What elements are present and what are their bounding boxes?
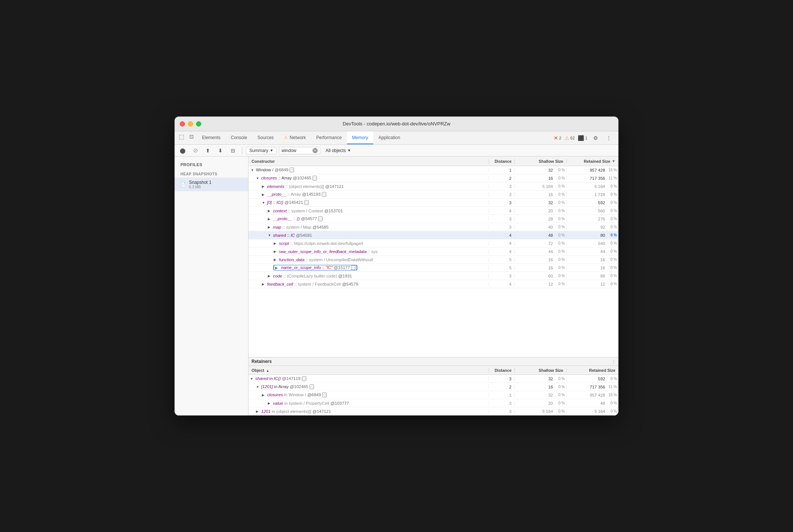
retainers-header: Retainers ⋮ (249, 357, 618, 366)
cell-retained: 800 % (567, 233, 618, 238)
cell-shallow: 200 % (515, 209, 567, 213)
stop-button[interactable]: ⊘ (190, 145, 200, 156)
expand-icon[interactable]: ▶ (274, 258, 278, 262)
tab-console[interactable]: Console (226, 131, 252, 144)
search-input[interactable] (281, 148, 311, 153)
clear-button[interactable]: ⊟ (228, 145, 238, 156)
cell-constructor: ▼ shared in lC() @147119 □ (249, 376, 489, 381)
cell-shallow: 160 % (515, 266, 567, 270)
more-menu-icon[interactable]: ⋮ (604, 133, 614, 143)
devtools-window: DevTools - codepen.io/web-dot-dev/live/o… (175, 117, 618, 415)
info-icon: ⬛ (578, 135, 584, 141)
table-row[interactable]: ▶ __proto__ :: () @54577 □ 3 280 % 2760 … (249, 215, 618, 223)
ret-header-object: Object ▲ (249, 368, 489, 373)
cell-retained: 5 1640 % (567, 184, 618, 189)
main-table-section: Constructor Distance Shallow Size Retain… (249, 156, 618, 357)
expand-icon[interactable]: ▼ (256, 176, 260, 180)
table-row[interactable]: ▶ script :: https://cdpn.io/web-dot-dev/… (249, 239, 618, 248)
profiles-title: Profiles (175, 161, 248, 168)
table-row[interactable]: ▼ Window / @6849 □ 1 320 % 957 42815 % (249, 166, 618, 174)
expand-icon[interactable]: ▼ (268, 233, 272, 237)
expand-icon[interactable]: ▶ (256, 410, 260, 413)
table-row[interactable]: ▶ feedback_cell :: system / FeedbackCell… (249, 280, 618, 288)
table-row[interactable]: ▶ value in system / PropertyCell @103777… (249, 399, 618, 407)
search-clear-button[interactable]: ✕ (313, 148, 318, 153)
table-row[interactable]: ▶ 1201 in (object elements)[] @147121 3 … (249, 407, 618, 415)
title-bar: DevTools - codepen.io/web-dot-dev/live/o… (175, 117, 618, 131)
cell-retained: 5600 % (567, 209, 618, 213)
sidebar-item-snapshot1[interactable]: 📄 Snapshot 1 6.3 MB (175, 178, 248, 191)
tab-performance[interactable]: Performance (311, 131, 347, 144)
table-row[interactable]: ▶ map :: system / Map @54585 3 400 % 920… (249, 223, 618, 231)
inspect-icon[interactable]: ⬚ (176, 131, 186, 142)
upload-button[interactable]: ⬆ (203, 145, 213, 156)
cell-retained: 717 35611 % (567, 385, 618, 389)
retainers-body: ▼ shared in lC() @147119 □ 3 320 % 5920 … (249, 375, 618, 415)
table-row[interactable]: ▶ function_data :: system / UncompiledDa… (249, 256, 618, 264)
cell-constructor: ▶ feedback_cell :: system / FeedbackCell… (249, 282, 489, 286)
table-row[interactable]: ▶ elements :: (object elements)[] @14712… (249, 182, 618, 191)
table-row[interactable]: ▶ __proto__ :: Array @145193 □ 3 160 % 1… (249, 191, 618, 199)
table-row[interactable]: ▼ closures :: Array @102465 □ 2 160 % 71… (249, 174, 618, 182)
table-row-name-scope[interactable]: ▶ name_or_scope_info :: "lC" @15177 □ 5 … (249, 264, 618, 272)
tab-sources[interactable]: Sources (252, 131, 279, 144)
table-row[interactable]: ▶ raw_outer_scope_info_or_feedback_metad… (249, 248, 618, 256)
cell-constructor: ▼ [0] :: lC() @145421 □ (249, 200, 489, 205)
expand-icon[interactable]: ▼ (251, 168, 255, 172)
toolbar-divider (242, 147, 242, 154)
cell-retained: 160 % (567, 266, 618, 270)
settings-icon[interactable]: ⚙ (590, 133, 601, 143)
cell-constructor: ▶ function_data :: system / UncompiledDa… (249, 257, 489, 262)
table-row[interactable]: ▶ context :: system / Context @153701 4 … (249, 207, 618, 215)
expand-icon[interactable]: ▶ (262, 193, 266, 196)
close-button[interactable] (180, 121, 185, 127)
tab-application[interactable]: Application (373, 131, 405, 144)
expand-icon[interactable]: ▶ (262, 185, 266, 188)
expand-icon[interactable]: ▶ (268, 401, 272, 405)
cell-distance: 3 (489, 217, 515, 221)
main-table-header: Constructor Distance Shallow Size Retain… (249, 156, 618, 166)
cell-constructor: ▼ [1201] in Array @102465 □ (249, 384, 489, 389)
tab-elements[interactable]: Elements (197, 131, 226, 144)
table-row[interactable]: ▼ [1201] in Array @102465 □ 2 160 % 717 … (249, 383, 618, 391)
expand-icon[interactable]: ▶ (274, 250, 278, 253)
cell-retained: 920 % (567, 225, 618, 229)
record-button[interactable]: ⬤ (178, 145, 188, 156)
cell-distance: 4 (489, 249, 515, 254)
tab-memory[interactable]: Memory (347, 131, 373, 144)
tab-network[interactable]: ⚠ Network (279, 131, 311, 144)
table-row[interactable]: ▶ closures in Window / @6849 □ 1 320 % 9… (249, 391, 618, 399)
cell-constructor: ▶ map :: system / Map @54585 (249, 225, 489, 229)
table-row-highlighted[interactable]: ▼ shared :: lC @54581 4 480 % 800 % (249, 231, 618, 239)
snapshot-name: Snapshot 1 (189, 180, 212, 185)
expand-icon[interactable]: ▶ (262, 393, 266, 397)
cell-distance: 3 (489, 274, 515, 278)
cell-constructor: ▶ script :: https://cdpn.io/web-dot-dev/… (249, 241, 489, 246)
cell-retained: 120 % (567, 282, 618, 286)
cell-shallow: 5 1640 % (515, 184, 567, 189)
expand-icon[interactable]: ▶ (274, 242, 278, 245)
header-shallow: Shallow Size (515, 159, 567, 164)
cell-retained: 957 42815 % (567, 393, 618, 397)
expand-icon[interactable]: ▶ (268, 209, 272, 213)
table-row[interactable]: ▼ shared in lC() @147119 □ 3 320 % 5920 … (249, 375, 618, 383)
cell-distance: 1 (489, 168, 515, 172)
all-objects-dropdown[interactable]: All objects ▼ (323, 147, 354, 154)
chevron-down-icon: ▼ (270, 148, 273, 152)
table-row[interactable]: ▼ [0] :: lC() @145421 □ 3 320 % 5920 % (249, 199, 618, 207)
expand-icon[interactable]: ▶ (268, 225, 272, 229)
cell-distance: 2 (489, 385, 515, 389)
expand-icon[interactable]: ▶ (268, 217, 272, 221)
expand-icon[interactable]: ▼ (262, 201, 266, 205)
device-icon[interactable]: ⊡ (186, 131, 197, 142)
expand-icon[interactable]: ▶ (268, 274, 272, 278)
summary-dropdown[interactable]: Summary ▼ (246, 147, 277, 154)
download-button[interactable]: ⬇ (215, 145, 226, 156)
expand-icon[interactable]: ▼ (256, 385, 260, 389)
expand-icon[interactable]: ▶ (262, 282, 266, 286)
expand-icon[interactable]: ▶ (275, 266, 280, 270)
table-row[interactable]: ▶ code :: (CompileLazy builtin code) @19… (249, 272, 618, 280)
maximize-button[interactable] (196, 121, 201, 127)
expand-icon[interactable]: ▼ (250, 377, 254, 381)
minimize-button[interactable] (188, 121, 193, 127)
